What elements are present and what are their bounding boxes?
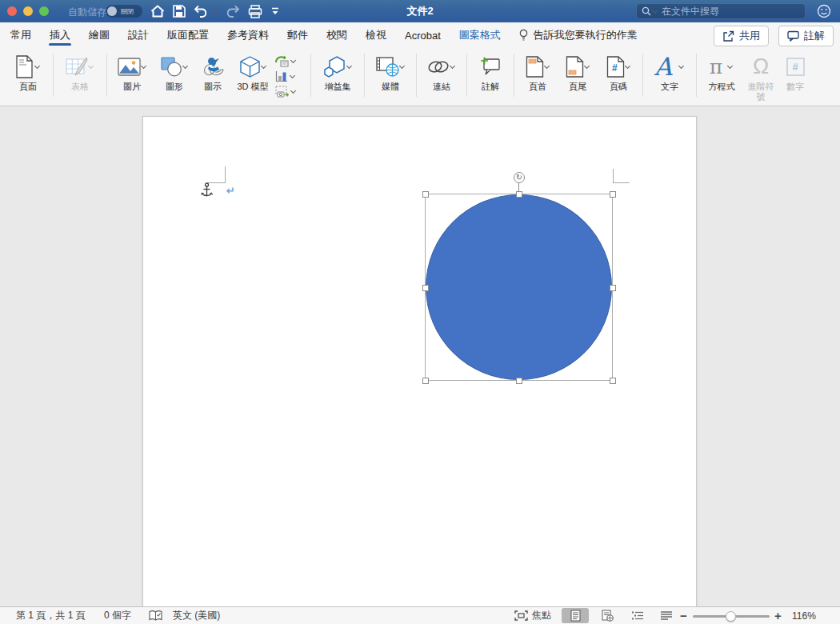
pages-button[interactable]: 頁面 xyxy=(6,52,50,92)
3d-models-button[interactable]: 3D 模型 xyxy=(230,52,275,92)
resize-handle-bottom-left[interactable] xyxy=(422,378,429,384)
shapes-dropdown-chevron[interactable] xyxy=(182,63,189,70)
close-window-button[interactable] xyxy=(7,6,17,16)
resize-handle-bottom-middle[interactable] xyxy=(516,378,522,384)
header-dropdown-chevron[interactable] xyxy=(544,63,550,70)
links-button[interactable]: 連結 xyxy=(420,52,463,92)
page-number-button[interactable]: # 頁碼 xyxy=(598,52,639,92)
search-scope-chevron[interactable] xyxy=(652,8,658,14)
resize-handle-top-right[interactable] xyxy=(610,191,616,198)
undo-dropdown-chevron[interactable] xyxy=(211,8,218,14)
new-comment-button[interactable]: 註解 xyxy=(470,52,510,92)
share-button[interactable]: 共用 xyxy=(714,26,769,46)
tab-home[interactable]: 常用 xyxy=(10,22,31,48)
feedback-smiley-icon[interactable] xyxy=(817,4,831,22)
undo-icon[interactable] xyxy=(194,5,208,18)
icons-button[interactable]: 圖示 xyxy=(195,52,230,92)
margin-corner-top-left xyxy=(207,166,226,183)
save-icon[interactable] xyxy=(173,5,186,18)
pages-dropdown-chevron[interactable] xyxy=(34,63,41,70)
word-count[interactable]: 0 個字 xyxy=(104,607,131,624)
tab-view[interactable]: 檢視 xyxy=(366,22,386,48)
shapes-button[interactable]: 圖形 xyxy=(154,52,195,92)
group-divider xyxy=(310,54,311,97)
rotation-handle[interactable]: ↻ xyxy=(514,172,525,183)
focus-mode-button[interactable]: 焦點 xyxy=(514,607,551,624)
comments-button[interactable]: 註解 xyxy=(778,26,834,46)
inserted-shape[interactable] xyxy=(426,194,612,380)
tab-design[interactable]: 設計 xyxy=(128,22,149,48)
print-layout-icon xyxy=(570,610,581,622)
minimize-window-button[interactable] xyxy=(23,6,33,16)
screenshot-dropdown-chevron[interactable] xyxy=(290,88,297,94)
zoom-slider-thumb[interactable] xyxy=(726,611,736,622)
customize-toolbar-icon[interactable] xyxy=(270,6,280,16)
tab-layout[interactable]: 版面配置 xyxy=(167,22,209,48)
zoom-level[interactable]: 116% xyxy=(792,607,816,624)
footer-label: 頁尾 xyxy=(569,82,586,92)
zoom-in-button[interactable]: + xyxy=(774,607,782,624)
header-button[interactable]: 頁首 xyxy=(518,52,558,92)
search-input[interactable] xyxy=(662,6,782,17)
tab-acrobat[interactable]: Acrobat xyxy=(405,24,441,47)
text-button[interactable]: A 文字 xyxy=(646,52,693,92)
media-dropdown-chevron[interactable] xyxy=(399,63,406,70)
smartart-icon xyxy=(275,55,289,67)
resize-handle-bottom-right[interactable] xyxy=(610,378,616,384)
proofing-status-icon[interactable] xyxy=(149,607,162,624)
advanced-symbol-button[interactable]: Ω 進階符號 xyxy=(743,52,778,102)
autosave-state: 關閉 xyxy=(121,7,134,16)
table-button[interactable]: 表格 xyxy=(57,52,103,92)
tab-shape-format[interactable]: 圖案格式 xyxy=(459,22,501,48)
web-layout-view-button[interactable] xyxy=(594,608,621,623)
tab-draw[interactable]: 繪圖 xyxy=(89,22,110,48)
draft-view-button[interactable] xyxy=(653,608,680,623)
search-box[interactable] xyxy=(636,3,806,19)
redo-icon[interactable] xyxy=(226,5,240,18)
links-dropdown-chevron[interactable] xyxy=(450,63,456,70)
addins-dropdown-chevron[interactable] xyxy=(346,63,353,70)
autosave-toggle[interactable]: 關閉 xyxy=(106,5,142,18)
header-label: 頁首 xyxy=(529,82,546,92)
tab-mailings[interactable]: 郵件 xyxy=(287,22,308,48)
tab-references[interactable]: 參考資料 xyxy=(227,22,269,48)
media-button[interactable]: 媒體 xyxy=(368,52,413,92)
equation-dropdown-chevron[interactable] xyxy=(727,63,734,70)
resize-handle-middle-left[interactable] xyxy=(422,285,429,291)
group-divider xyxy=(53,54,54,97)
text-dropdown-chevron[interactable] xyxy=(678,63,685,70)
tell-me-box[interactable]: 告訴我您要執行的作業 xyxy=(519,28,638,42)
smartart-button[interactable] xyxy=(275,54,307,67)
maximize-window-button[interactable] xyxy=(39,6,49,16)
screenshot-button[interactable] xyxy=(275,85,307,98)
chart-button[interactable] xyxy=(275,70,307,82)
footer-button[interactable]: 頁尾 xyxy=(558,52,598,92)
language-indicator[interactable]: 英文 (美國) xyxy=(173,607,220,624)
page-indicator[interactable]: 第 1 頁，共 1 頁 xyxy=(16,607,86,624)
smartart-dropdown-chevron[interactable] xyxy=(290,58,297,64)
equation-button[interactable]: π 方程式 xyxy=(700,52,743,92)
print-icon[interactable] xyxy=(248,5,262,18)
resize-handle-top-left[interactable] xyxy=(422,191,429,198)
page-number-dropdown-chevron[interactable] xyxy=(625,63,631,70)
pages-label: 頁面 xyxy=(19,82,37,92)
addins-button[interactable]: 增益集 xyxy=(314,52,361,92)
pictures-dropdown-chevron[interactable] xyxy=(141,63,147,70)
home-icon[interactable] xyxy=(150,5,165,18)
text-label: 文字 xyxy=(661,82,678,92)
outline-view-button[interactable] xyxy=(624,608,651,623)
tab-insert[interactable]: 插入 xyxy=(50,22,70,48)
chart-dropdown-chevron[interactable] xyxy=(290,73,296,79)
3d-models-label: 3D 模型 xyxy=(237,82,268,92)
document-page[interactable]: ↵ ↻ xyxy=(142,116,697,606)
zoom-out-button[interactable]: − xyxy=(680,607,687,624)
tab-review[interactable]: 校閱 xyxy=(326,22,347,48)
resize-handle-top-middle[interactable] xyxy=(516,191,522,198)
print-layout-view-button[interactable] xyxy=(562,608,589,623)
pictures-button[interactable]: 圖片 xyxy=(110,52,154,92)
resize-handle-middle-right[interactable] xyxy=(610,285,616,291)
number-button[interactable]: # 數字 xyxy=(778,52,812,92)
zoom-slider[interactable] xyxy=(693,615,770,618)
footer-dropdown-chevron[interactable] xyxy=(584,63,590,70)
3d-models-dropdown-chevron[interactable] xyxy=(261,63,267,70)
